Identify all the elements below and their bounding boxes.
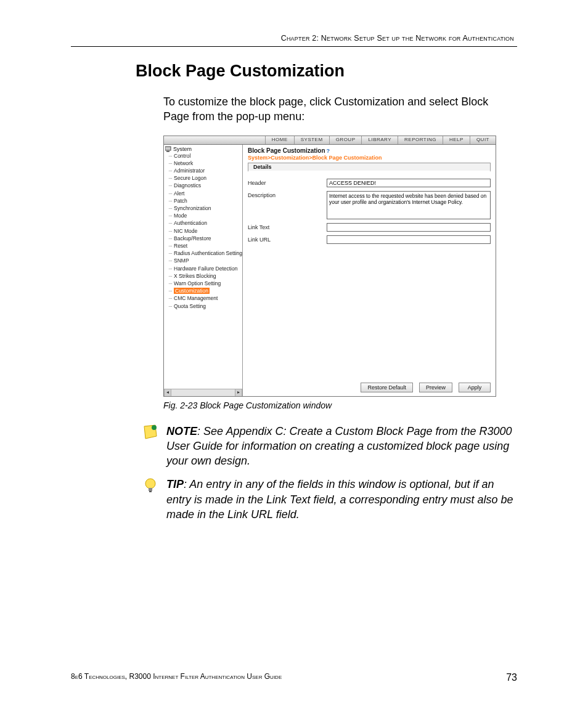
label-header: Header (248, 179, 327, 186)
content-pane: Block Page Customization? System>Customi… (243, 145, 496, 396)
tip-callout: TIP: An entry in any of the fields in th… (142, 477, 517, 522)
tree-item-label: SNMP (174, 258, 189, 264)
tree-item[interactable]: Warn Option Setting (169, 280, 242, 287)
tab-details[interactable]: Details (248, 163, 491, 172)
row-link-text: Link Text (248, 223, 491, 232)
tree-item-label: Radius Authentication Setting (174, 250, 242, 256)
input-description[interactable]: Internet access to the requested website… (327, 191, 491, 219)
tip-body: : An entry in any of the fields in this … (166, 478, 513, 521)
tree-item[interactable]: Hardware Failure Detection (169, 265, 242, 272)
tree-item[interactable]: CMC Management (169, 294, 242, 302)
breadcrumb: System>Customization>Block Page Customiz… (248, 155, 491, 161)
tree-list: ControlNetworkAdministratorSecure LogonD… (164, 152, 242, 310)
restore-default-button[interactable]: Restore Default (361, 383, 413, 392)
menubar-spacer (164, 136, 265, 144)
tree-item[interactable]: Mode (169, 212, 242, 219)
svg-rect-6 (149, 491, 152, 492)
lightbulb-icon (142, 477, 159, 494)
note-text: NOTE: See Appendix C: Create a Custom Bl… (166, 424, 517, 469)
scroll-right-icon[interactable]: ▸ (235, 389, 242, 396)
tree-item-label: NIC Mode (174, 228, 197, 234)
note-body: : See Appendix C: Create a Custom Block … (166, 425, 512, 468)
tree-item[interactable]: X Strikes Blocking (169, 272, 242, 280)
tree-item[interactable]: Synchronization (169, 205, 242, 212)
app-window: HOME SYSTEM GROUP LIBRARY REPORTING HELP… (163, 136, 496, 397)
tree-item[interactable]: Alert (169, 190, 242, 197)
tree-item-label: Mode (174, 213, 187, 219)
tree-item-label: Authentication (174, 220, 207, 226)
tree-item[interactable]: Customization (169, 287, 242, 294)
input-link-text[interactable] (327, 223, 491, 232)
row-header: Header (248, 179, 491, 187)
tree-item[interactable]: Secure Logon (169, 174, 242, 182)
tip-text: TIP: An entry in any of the fields in th… (166, 477, 517, 522)
label-link-text: Link Text (248, 223, 327, 230)
intro-paragraph: To customize the block page, click Custo… (163, 94, 517, 124)
tree-item-label: Administrator (174, 168, 205, 174)
tree-item-label: CMC Management (174, 295, 218, 301)
tree-root[interactable]: System (164, 145, 242, 152)
panel-title-text: Block Page Customization (248, 147, 325, 154)
apply-button[interactable]: Apply (459, 383, 491, 392)
tree-item-label: Alert (174, 190, 184, 197)
svg-rect-0 (165, 147, 171, 150)
note-callout: NOTE: See Appendix C: Create a Custom Bl… (142, 424, 517, 469)
tree-item-label: Reset (174, 243, 187, 249)
menu-quit[interactable]: QUIT (470, 136, 496, 144)
menu-system[interactable]: SYSTEM (294, 136, 329, 144)
svg-rect-5 (149, 488, 152, 491)
footer-left: 8e6 Technologies, R3000 Internet Filter … (71, 672, 282, 683)
tree-item[interactable]: Patch (169, 197, 242, 205)
tree-item-label: Quota Setting (174, 303, 206, 309)
menu-group[interactable]: GROUP (329, 136, 362, 144)
tree-item-label: Diagnostics (174, 182, 201, 189)
figure-caption: Fig. 2-23 Block Page Customization windo… (163, 400, 517, 410)
menu-reporting[interactable]: REPORTING (398, 136, 443, 144)
input-link-url[interactable] (327, 235, 491, 244)
tree-item[interactable]: Radius Authentication Setting (169, 249, 242, 257)
tree-item[interactable]: Reset (169, 242, 242, 249)
tree-item[interactable]: Network (169, 160, 242, 167)
tree-item-label: Backup/Restore (174, 235, 211, 241)
tree-item-label: Synchronization (174, 205, 211, 211)
svg-point-4 (145, 479, 155, 489)
tree-item[interactable]: Backup/Restore (169, 235, 242, 242)
tree-item-label: Secure Logon (174, 175, 206, 181)
note-label: NOTE (166, 425, 197, 437)
tip-label: TIP (166, 478, 184, 490)
tree-item[interactable]: Quota Setting (169, 302, 242, 310)
menu-home[interactable]: HOME (265, 136, 294, 144)
row-link-url: Link URL (248, 235, 491, 244)
tree-item[interactable]: SNMP (169, 257, 242, 264)
button-row: Restore Default Preview Apply (248, 378, 491, 392)
note-icon (142, 424, 159, 441)
preview-button[interactable]: Preview (419, 383, 452, 392)
rule-top (71, 46, 517, 47)
page-footer: 8e6 Technologies, R3000 Internet Filter … (71, 672, 517, 683)
menu-help[interactable]: HELP (443, 136, 470, 144)
computer-icon (165, 146, 171, 152)
tree-pane: System ControlNetworkAdministratorSecure… (164, 145, 243, 396)
menubar: HOME SYSTEM GROUP LIBRARY REPORTING HELP… (164, 136, 496, 145)
menu-library[interactable]: LIBRARY (361, 136, 398, 144)
help-icon[interactable]: ? (327, 148, 330, 154)
tree-item-label: Customization (174, 288, 210, 294)
tree-item-label: Warn Option Setting (174, 280, 221, 286)
running-head: Chapter 2: Network Setup Set up the Netw… (194, 34, 517, 43)
scroll-left-icon[interactable]: ◂ (164, 389, 171, 396)
tree-item[interactable]: Administrator (169, 167, 242, 174)
page-number: 73 (506, 672, 517, 683)
tree-item-label: X Strikes Blocking (174, 273, 216, 279)
tree-item[interactable]: Control (169, 152, 242, 160)
tree-item-label: Patch (174, 198, 187, 204)
tree-item[interactable]: Diagnostics (169, 182, 242, 189)
tree-item[interactable]: NIC Mode (169, 227, 242, 235)
panel-title: Block Page Customization? (248, 147, 491, 154)
row-description: Description Internet access to the reque… (248, 191, 491, 219)
tree-item-label: Hardware Failure Detection (174, 266, 237, 272)
input-header[interactable] (327, 179, 491, 187)
tree-hscrollbar[interactable]: ◂ ▸ (164, 389, 242, 396)
tree-root-label: System (173, 146, 192, 152)
section-heading: Block Page Customization (136, 62, 517, 81)
tree-item[interactable]: Authentication (169, 219, 242, 227)
